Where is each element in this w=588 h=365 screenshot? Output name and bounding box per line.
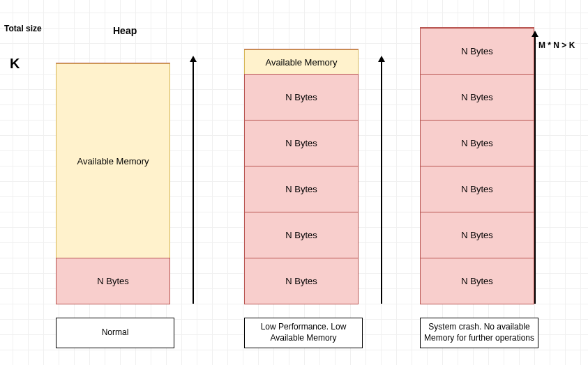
arrow-icon — [381, 60, 382, 304]
n-bytes-block: N Bytes — [420, 212, 534, 258]
caption-low-perf: Low Performance. Low Available Memory — [244, 318, 363, 348]
column-normal: N Bytes Available Memory — [56, 63, 170, 304]
n-bytes-block: N Bytes — [420, 28, 534, 75]
caption-normal: Normal — [56, 318, 174, 348]
n-bytes-block: N Bytes — [244, 74, 359, 121]
n-bytes-block: N Bytes — [56, 258, 170, 304]
n-bytes-block: N Bytes — [244, 258, 359, 304]
total-size-label: Total size — [4, 24, 42, 33]
column-low-perf: N Bytes N Bytes N Bytes N Bytes N Bytes … — [244, 49, 359, 304]
arrow-icon — [534, 35, 536, 304]
available-memory-block: Available Memory — [56, 63, 170, 258]
n-bytes-block: N Bytes — [420, 258, 534, 304]
formula-label: M * N > K — [538, 40, 575, 50]
available-memory-block: Available Memory — [244, 49, 359, 75]
k-label: K — [10, 56, 20, 72]
n-bytes-block: N Bytes — [420, 120, 534, 166]
n-bytes-block: N Bytes — [244, 166, 359, 212]
n-bytes-block: N Bytes — [244, 212, 359, 258]
n-bytes-block: N Bytes — [244, 120, 359, 166]
column-crash: N Bytes N Bytes N Bytes N Bytes N Bytes … — [420, 27, 534, 304]
arrow-icon — [193, 60, 194, 304]
n-bytes-block: N Bytes — [420, 74, 534, 121]
n-bytes-block: N Bytes — [420, 166, 534, 212]
heap-label: Heap — [113, 25, 137, 36]
caption-crash: System crash. No available Memory for fu… — [420, 318, 538, 348]
